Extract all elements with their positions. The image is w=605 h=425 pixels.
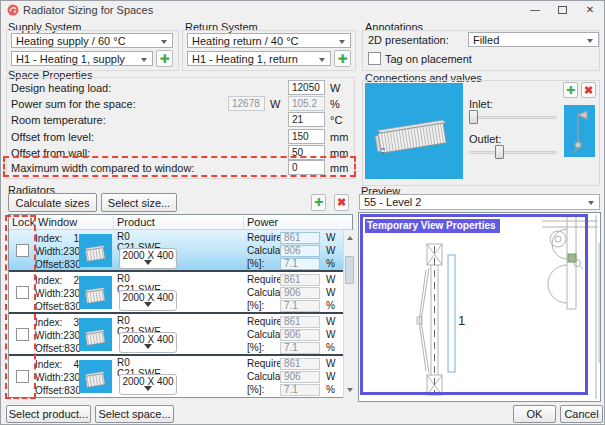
offset-label: Offset: xyxy=(35,343,64,354)
maximize-button[interactable] xyxy=(549,1,575,18)
outlet-slider-thumb[interactable] xyxy=(495,145,504,159)
width-label: Width: xyxy=(35,372,63,383)
minimize-button[interactable]: — xyxy=(522,1,548,18)
percent-value xyxy=(280,300,320,312)
percent-unit: % xyxy=(326,342,335,353)
supply-circuit-value: H1 - Heating 1, supply xyxy=(16,53,125,65)
calculated-unit: W xyxy=(326,329,335,340)
chevron-down-icon xyxy=(144,344,152,353)
percent-unit: % xyxy=(326,258,335,269)
preview-view-select[interactable]: 55 - Level 2 xyxy=(359,194,600,210)
offset-from-wall-input[interactable] xyxy=(288,145,325,160)
valve-thumbnail[interactable] xyxy=(564,105,595,157)
percent-label: [%]: xyxy=(247,342,264,353)
calculated-value xyxy=(280,329,320,341)
required-unit: W xyxy=(326,232,335,243)
inlet-slider-track[interactable] xyxy=(469,116,557,119)
max-width-label: Maximum width compared to window: xyxy=(11,162,194,174)
return-system-select[interactable]: Heating return / 40 °C xyxy=(187,33,351,48)
required-value xyxy=(280,316,320,328)
offset-from-level-input[interactable] xyxy=(288,129,325,144)
required-value xyxy=(280,232,320,244)
width-label: Width: xyxy=(35,288,63,299)
inlet-label: Inlet: xyxy=(469,98,493,110)
plus-icon: ✚ xyxy=(337,53,347,65)
product-code: R0 xyxy=(117,273,130,284)
add-radiator-button[interactable]: ✚ xyxy=(311,194,326,211)
presentation-select[interactable]: Filled xyxy=(468,32,599,47)
chevron-down-icon xyxy=(144,302,152,311)
preview-view-value: 55 - Level 2 xyxy=(364,196,421,208)
scroll-up-button[interactable] xyxy=(344,230,355,243)
size-value: 2000 X 400 xyxy=(122,334,173,345)
cancel-button[interactable]: Cancel xyxy=(560,405,603,423)
table-row[interactable]: Index:1 Width:2300 Offset:830 R0 C21 SWE… xyxy=(9,230,343,272)
size-select[interactable]: 2000 X 400 xyxy=(119,332,177,353)
select-size-button[interactable]: Select size... xyxy=(101,193,177,212)
remove-valve-button[interactable]: ✖ xyxy=(581,82,596,98)
title-bar: Radiator Sizing for Spaces — ✕ xyxy=(1,1,604,19)
delete-icon: ✖ xyxy=(584,85,593,96)
max-width-input[interactable] xyxy=(288,160,325,175)
temporary-view-border: Temporary View Properties xyxy=(360,214,588,395)
percent-value xyxy=(280,384,320,396)
size-value: 2000 X 400 xyxy=(122,292,173,303)
radiator-3d-image xyxy=(365,83,463,179)
app-logo-icon xyxy=(7,4,19,16)
tag-on-placement-label: Tag on placement xyxy=(385,53,472,65)
room-temperature-input[interactable] xyxy=(288,112,325,127)
required-unit: W xyxy=(326,316,335,327)
power-sum-value xyxy=(228,96,265,111)
add-valve-button[interactable]: ✚ xyxy=(563,82,578,98)
close-button[interactable]: ✕ xyxy=(577,1,603,18)
design-heating-load-input[interactable] xyxy=(288,80,325,95)
calculated-unit: W xyxy=(326,287,335,298)
size-select[interactable]: 2000 X 400 xyxy=(119,374,177,395)
calculate-sizes-button[interactable]: Calculate sizes xyxy=(8,193,97,212)
percent-value xyxy=(280,258,320,270)
required-unit: W xyxy=(326,274,335,285)
index-label: Index: xyxy=(35,317,62,328)
col-product: Product xyxy=(117,216,155,228)
ok-button[interactable]: OK xyxy=(513,405,556,423)
lock-checkbox[interactable] xyxy=(16,370,29,383)
required-unit: W xyxy=(326,358,335,369)
size-select[interactable]: 2000 X 400 xyxy=(119,248,177,269)
table-scrollbar[interactable] xyxy=(343,230,354,398)
add-return-system-button[interactable]: ✚ xyxy=(334,50,351,67)
presentation-label: 2D presentation: xyxy=(368,34,449,46)
offset-from-wall-label: Offset from wall: xyxy=(11,147,90,159)
supply-system-value: Heating supply / 60 °C xyxy=(16,35,126,47)
table-row[interactable]: Index:3 Width:2300 Offset:830 R0 C21 SWE… xyxy=(9,314,343,356)
return-circuit-select[interactable]: H1 - Heating 1, return xyxy=(187,51,331,66)
tag-on-placement-checkbox[interactable] xyxy=(368,52,381,65)
calculated-value xyxy=(280,245,320,257)
calculated-value xyxy=(280,371,320,383)
percent-unit: % xyxy=(326,300,335,311)
table-row[interactable]: Index:2 Width:2300 Offset:830 R0 C21 SWE… xyxy=(9,272,343,314)
product-code: R0 xyxy=(117,315,130,326)
lock-checkbox[interactable] xyxy=(16,328,29,341)
select-space-button[interactable]: Select space... xyxy=(95,405,174,423)
add-supply-system-button[interactable]: ✚ xyxy=(156,50,173,67)
supply-circuit-select[interactable]: H1 - Heating 1, supply xyxy=(11,51,153,66)
design-heating-load-label: Design heating load: xyxy=(11,82,111,94)
presentation-value: Filled xyxy=(473,34,499,46)
lock-checkbox[interactable] xyxy=(16,286,29,299)
percent-label: [%]: xyxy=(247,300,264,311)
select-product-button[interactable]: Select product... xyxy=(6,405,91,423)
radiators-table: Lock Window Product Power Index:1 Width:… xyxy=(8,214,353,398)
percent-unit: % xyxy=(326,384,335,395)
table-row[interactable]: Index:4 Width:2300 Offset:830 R0 C21 SWE… xyxy=(9,356,343,397)
size-select[interactable]: 2000 X 400 xyxy=(119,290,177,311)
inlet-slider-thumb[interactable] xyxy=(469,110,478,124)
outlet-slider-track[interactable] xyxy=(469,151,557,154)
scrollbar-thumb[interactable] xyxy=(345,256,354,284)
remove-radiator-button[interactable]: ✖ xyxy=(334,194,349,211)
lock-checkbox[interactable] xyxy=(16,244,29,257)
supply-system-select[interactable]: Heating supply / 60 °C xyxy=(11,33,173,48)
calculated-unit: W xyxy=(326,371,335,382)
preview-panel: 1 Temporary View Properties xyxy=(358,212,601,402)
scroll-down-button[interactable] xyxy=(344,385,355,398)
index-label: Index: xyxy=(35,359,62,370)
